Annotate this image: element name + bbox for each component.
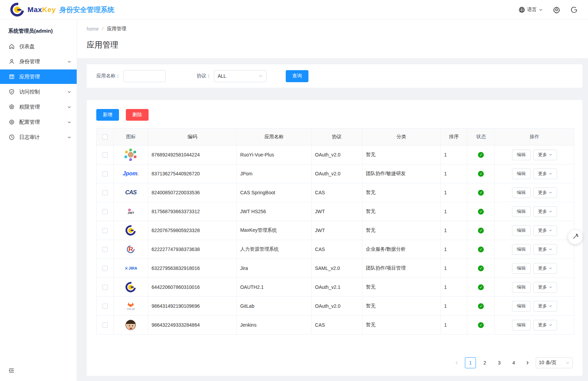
column-header-code: 编码 (148, 129, 237, 145)
page-number-3[interactable]: 3 (494, 357, 505, 368)
chevron-down-icon (259, 74, 263, 78)
prev-page-icon[interactable] (452, 357, 461, 368)
app-code: 837136275440926720 (148, 164, 237, 183)
app-protocol: OAuth_v2.0 (312, 145, 362, 164)
breadcrumb: home / 应用管理 (87, 26, 588, 32)
sidebar-item-permissions[interactable]: 权限管理 (0, 100, 77, 114)
table-row: ✕JIRA 632279563832918016 Jira SAML_v2.0 … (97, 259, 574, 278)
page-number-4[interactable]: 4 (508, 357, 519, 368)
app-code: 876892492581044224 (148, 145, 237, 164)
sidebar-item-label: 应用管理 (19, 74, 40, 80)
sidebar-item-identity[interactable]: 身份管理 (0, 54, 77, 69)
app-sort: 1 (441, 164, 468, 183)
chevron-down-icon (566, 361, 570, 365)
row-checkbox[interactable] (102, 190, 108, 195)
edit-button[interactable]: 编辑 (512, 168, 531, 179)
row-checkbox[interactable] (102, 285, 108, 290)
sidebar-item-configuration[interactable]: 配置管理 (0, 115, 77, 129)
page-header: home / 应用管理 应用管理 (77, 20, 588, 58)
settings-gear-icon[interactable] (553, 6, 560, 13)
edit-button[interactable]: 编辑 (512, 282, 531, 293)
brand-title: Max Key 身份安全管理系统 (28, 5, 114, 14)
app-protocol: SAML_v2.0 (312, 259, 362, 277)
search-button[interactable]: 查询 (286, 70, 308, 82)
more-button[interactable]: 更多 (533, 320, 557, 330)
page-number-1[interactable]: 1 (465, 357, 476, 368)
edit-button[interactable]: 编辑 (512, 225, 531, 236)
edit-button[interactable]: 编辑 (512, 206, 531, 217)
more-button[interactable]: 更多 (533, 168, 557, 179)
row-checkbox[interactable] (102, 247, 108, 252)
brand-key: Key (42, 6, 56, 14)
row-checkbox[interactable] (102, 323, 108, 328)
sidebar-collapse-icon[interactable] (8, 367, 15, 375)
edit-button[interactable]: 编辑 (512, 150, 531, 160)
sidebar: 系统管理员(admin) 仪表盘 身份管理 应用管理 访问控制 (0, 20, 77, 381)
column-header-name: 应用名称 (237, 129, 312, 145)
app-name: JPom (237, 164, 312, 183)
delete-button[interactable]: 删除 (126, 109, 149, 121)
row-checkbox[interactable] (102, 209, 108, 214)
page-size-select[interactable]: 10 条/页 (536, 357, 573, 368)
table-row: 876892492581044224 RuoYi-Vue-Plus OAuth_… (97, 145, 574, 164)
breadcrumb-home[interactable]: home (87, 26, 99, 32)
gitlab-logo: GitLab (124, 299, 138, 313)
status-active-icon: ✓ (478, 284, 484, 290)
protocol-select[interactable]: ALL (214, 70, 266, 82)
more-button-label: 更多 (538, 171, 547, 177)
more-button[interactable]: 更多 (533, 150, 557, 160)
current-user: 系统管理员(admin) (0, 20, 77, 39)
more-button[interactable]: 更多 (533, 225, 557, 236)
more-button[interactable]: 更多 (533, 263, 557, 274)
app-sort: 1 (441, 202, 468, 221)
chevron-down-icon (67, 90, 71, 94)
page-number-2[interactable]: 2 (479, 357, 490, 368)
status-active-icon: ✓ (478, 209, 484, 215)
status-active-icon: ✓ (478, 228, 484, 233)
more-button[interactable]: 更多 (533, 301, 557, 312)
sidebar-item-applications[interactable]: 应用管理 (0, 69, 77, 84)
row-checkbox[interactable] (102, 171, 108, 176)
more-button-label: 更多 (538, 208, 547, 215)
theme-tool-button[interactable] (568, 230, 582, 244)
app-category: 暂无 (362, 202, 441, 221)
next-page-icon[interactable] (523, 357, 532, 368)
more-button[interactable]: 更多 (533, 187, 557, 198)
logout-icon[interactable] (570, 6, 578, 13)
chevron-down-icon (549, 304, 552, 308)
home-icon (8, 43, 15, 50)
edit-button[interactable]: 编辑 (512, 320, 531, 330)
edit-button[interactable]: 编辑 (512, 244, 531, 255)
chevron-down-icon (539, 8, 543, 12)
app-sort: 1 (441, 145, 468, 164)
cas-logo: CAS (124, 186, 138, 199)
edit-button[interactable]: 编辑 (512, 263, 531, 274)
select-all-checkbox[interactable] (102, 134, 108, 140)
shield-icon (8, 88, 15, 95)
app-name-input[interactable] (123, 70, 166, 82)
table-row: 644220607860310016 OAUTH2.1 OAuth_v2.1 暂… (97, 278, 574, 297)
sidebar-item-audit-log[interactable]: 日志审计 (0, 130, 77, 144)
language-switcher[interactable]: 语言 (519, 7, 543, 13)
more-button[interactable]: 更多 (533, 206, 557, 217)
app-category: 团队协作/敏捷研发 (362, 164, 441, 183)
row-checkbox[interactable] (102, 152, 108, 157)
row-checkbox[interactable] (102, 266, 108, 271)
more-button-label: 更多 (538, 227, 547, 233)
chevron-down-icon (67, 105, 71, 109)
table-row: CAS 824008507220033536 CAS SpringBoot CA… (97, 183, 574, 202)
status-active-icon: ✓ (478, 247, 484, 252)
more-button[interactable]: 更多 (533, 244, 557, 255)
add-button[interactable]: 新增 (96, 109, 119, 121)
sidebar-item-dashboard[interactable]: 仪表盘 (0, 39, 77, 54)
apps-icon (8, 73, 15, 80)
sidebar-item-access-control[interactable]: 访问控制 (0, 85, 77, 99)
edit-button[interactable]: 编辑 (512, 187, 531, 198)
app-name: OAUTH2.1 (237, 278, 312, 296)
row-checkbox[interactable] (102, 228, 108, 233)
app-sort: 1 (441, 278, 468, 296)
row-checkbox[interactable] (102, 304, 108, 309)
edit-button[interactable]: 编辑 (512, 301, 531, 312)
app-protocol: JWT (312, 202, 362, 221)
more-button[interactable]: 更多 (533, 282, 557, 293)
